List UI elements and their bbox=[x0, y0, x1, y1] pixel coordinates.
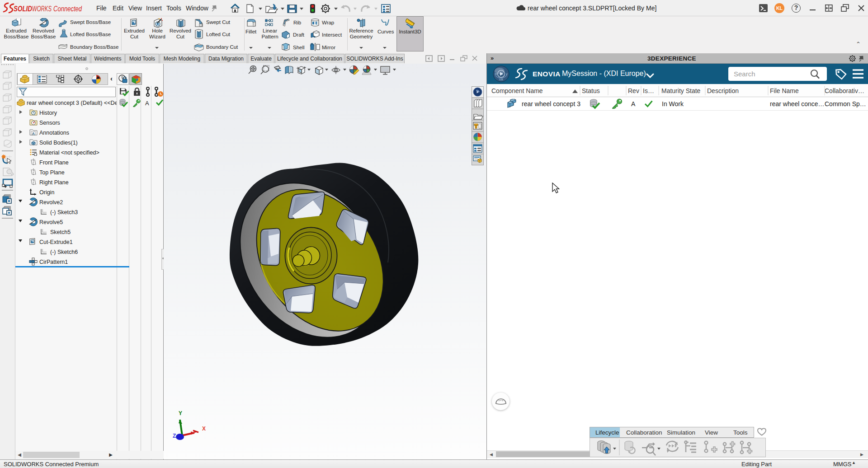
svg-text:3D: 3D bbox=[495, 73, 498, 75]
svg-text:WORKS: WORKS bbox=[32, 5, 52, 13]
svg-text:A: A bbox=[32, 131, 35, 136]
svg-text:X: X bbox=[202, 426, 206, 432]
svg-text:Z: Z bbox=[173, 433, 176, 439]
svg-text:V.R: V.R bbox=[499, 78, 503, 81]
svg-text:V: V bbox=[506, 73, 508, 75]
svg-text:Y: Y bbox=[179, 410, 182, 417]
svg-text:Connected: Connected bbox=[53, 5, 82, 13]
svg-text:SOLID: SOLID bbox=[14, 5, 32, 13]
